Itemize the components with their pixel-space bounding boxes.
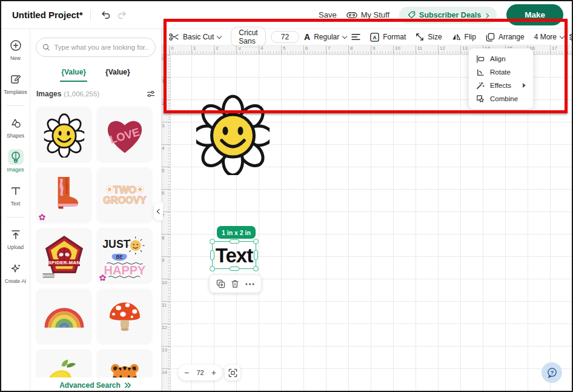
ruler-tick-label: 12 <box>438 45 460 54</box>
sidebar-item-images[interactable]: Images <box>1 149 30 173</box>
sidebar-item-shapes[interactable]: Shapes <box>1 115 30 139</box>
redo-button[interactable] <box>114 7 130 23</box>
selection-handle-top-left[interactable] <box>210 239 215 244</box>
ruler-tick-label: 11 <box>162 301 170 324</box>
sidebar-item-new[interactable]: New <box>1 38 30 61</box>
fit-screen-icon <box>228 368 237 377</box>
selection-handle-bottom-right[interactable] <box>253 266 259 271</box>
search-input[interactable] <box>54 44 149 51</box>
ruler-corner <box>162 45 169 55</box>
font-size-input[interactable]: 72 <box>271 31 299 43</box>
filter-button[interactable] <box>146 90 156 98</box>
selection-handle-bottom-left[interactable] <box>210 266 215 271</box>
fit-to-screen-button[interactable] <box>225 365 240 380</box>
help-button[interactable]: ? <box>542 362 562 383</box>
save-button[interactable]: Save <box>319 10 337 19</box>
canvas-text-element[interactable]: Text <box>212 241 256 269</box>
thumbnail-love-heart[interactable]: LOVE <box>96 107 153 163</box>
sidebar-item-upload[interactable]: Upload <box>1 227 30 250</box>
thumbnail-smiley-flower[interactable] <box>36 107 92 163</box>
duplicate-icon <box>216 279 225 288</box>
zoom-in-button[interactable]: + <box>211 368 216 377</box>
thumbnail-spider-man[interactable]: SPIDER-MAN MARVEL <box>36 228 92 284</box>
duplicate-button[interactable] <box>214 278 227 290</box>
ruler-tick-label: 1 <box>191 45 214 54</box>
format-icon: A <box>370 33 379 42</box>
love-heart-image: LOVE <box>102 113 147 158</box>
tab-value-2[interactable]: {Value} <box>104 63 131 82</box>
collapse-panel-button[interactable] <box>154 202 163 221</box>
sidebar-item-text[interactable]: Text <box>1 183 30 207</box>
selection-handle-left[interactable] <box>210 250 214 261</box>
ruler-tick-label: 8 <box>162 234 170 256</box>
flip-button[interactable]: Flip <box>452 33 476 41</box>
size-button[interactable]: Size <box>416 33 442 41</box>
svg-text:JUST: JUST <box>102 238 130 250</box>
make-button[interactable]: Make <box>506 4 563 25</box>
layers-button[interactable] <box>569 32 573 42</box>
thumbnail-two-groovy[interactable]: TWO GROOVY <box>96 167 153 224</box>
format-button[interactable]: A Format <box>370 33 406 42</box>
zoom-controls: − 72 + <box>178 365 222 380</box>
ruler-tick-label: 6 <box>162 189 170 211</box>
zoom-out-button[interactable]: − <box>184 368 189 377</box>
menu-item-combine[interactable]: Combine <box>469 92 533 105</box>
linetype-dropdown[interactable]: Basic Cut <box>169 33 221 41</box>
chevron-down-icon <box>560 33 565 38</box>
my-stuff-button[interactable]: My Stuff <box>346 10 389 19</box>
ruler-tick-label: 10 <box>393 45 416 54</box>
menu-item-rotate[interactable]: Rotate <box>469 65 533 79</box>
selection-handle-bottom[interactable] <box>229 267 239 271</box>
canvas-smiley-flower-element[interactable] <box>196 93 270 175</box>
alignment-button[interactable] <box>351 33 360 41</box>
menu-item-align[interactable]: Align <box>469 52 533 65</box>
selection-handle-right[interactable] <box>254 250 258 261</box>
premium-flower-badge-icon <box>39 214 45 221</box>
two-groovy-image: TWO GROOVY <box>102 173 147 218</box>
tag-icon <box>408 11 416 19</box>
selection-handle-top-right[interactable] <box>253 239 259 244</box>
scissors-icon <box>169 33 179 41</box>
upload-icon <box>8 227 24 242</box>
chevron-down-icon <box>217 33 222 38</box>
premium-flower-badge-icon <box>99 274 106 281</box>
smiley-flower-image <box>42 113 87 158</box>
font-style-dropdown[interactable]: A Regular <box>304 32 346 42</box>
resize-arrows-icon <box>416 33 424 41</box>
advanced-search-link[interactable]: Advanced Search <box>59 381 121 390</box>
help-question-icon: ? <box>546 367 558 379</box>
element-floating-toolbar <box>210 275 261 293</box>
selection-handle-top[interactable] <box>229 239 239 244</box>
thumbnail-rainbow[interactable] <box>36 288 92 345</box>
selection-size-badge: 1 in x 2 in <box>217 226 256 239</box>
cricut-design-space-window: Untitled Project* Save My Stuff Subscrib… <box>0 0 573 392</box>
thumbnail-mushroom[interactable] <box>96 288 153 345</box>
mushroom-image <box>102 294 147 339</box>
search-bar[interactable] <box>36 38 156 57</box>
more-options-button[interactable] <box>244 278 256 290</box>
project-title: Untitled Project* <box>12 10 83 20</box>
svg-text:GROOVY: GROOVY <box>103 194 147 205</box>
sidebar-item-create-ai[interactable]: Create AI <box>1 261 30 284</box>
zoom-level: 72 <box>196 369 204 376</box>
goggles-icon <box>346 11 357 19</box>
tab-value-1[interactable]: {Value} <box>60 63 87 82</box>
sidebar-item-templates[interactable]: Templates <box>1 71 30 95</box>
edit-toolbar: Basic Cut Cricut Sans 72 A Regular A For… <box>162 29 573 45</box>
arrange-button[interactable]: Arrange <box>486 33 525 42</box>
thumbnail-cowboy-boot[interactable] <box>36 167 92 224</box>
ruler-tick-label: 4 <box>162 144 170 167</box>
undo-button[interactable] <box>98 7 114 23</box>
submenu-arrow-icon <box>523 83 526 88</box>
font-selector[interactable]: Cricut Sans <box>231 27 265 47</box>
undo-icon <box>101 10 111 21</box>
menu-item-effects[interactable]: Effects <box>469 79 533 92</box>
results-header: Images (1,006,255) <box>36 90 156 98</box>
delete-button[interactable] <box>229 278 241 290</box>
svg-text:SPIDER-MAN: SPIDER-MAN <box>48 260 80 265</box>
results-count: (1,006,255) <box>64 90 99 98</box>
trash-icon <box>231 279 239 288</box>
more-dropdown[interactable]: 4 More <box>534 33 564 41</box>
subscriber-deals-button[interactable]: Subscriber Deals <box>399 7 497 24</box>
thumbnail-just-be-happy[interactable]: JUST BE HAPPY <box>96 228 153 284</box>
